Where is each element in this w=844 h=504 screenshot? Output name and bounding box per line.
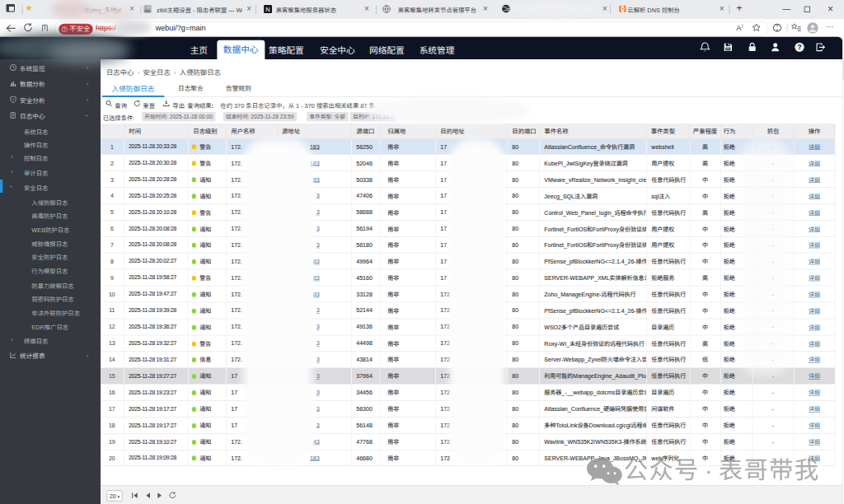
- svg-text:?: ?: [797, 43, 801, 51]
- svg-text:N: N: [265, 6, 270, 13]
